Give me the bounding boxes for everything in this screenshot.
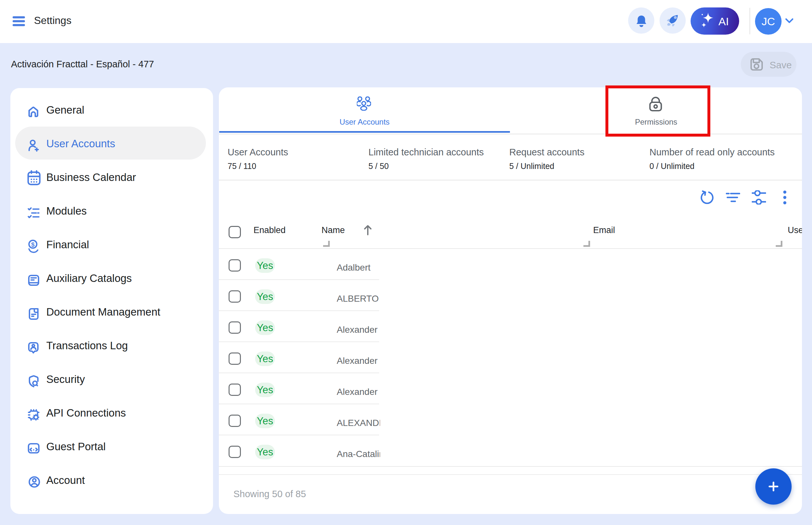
svg-text:$: $ bbox=[31, 241, 35, 248]
